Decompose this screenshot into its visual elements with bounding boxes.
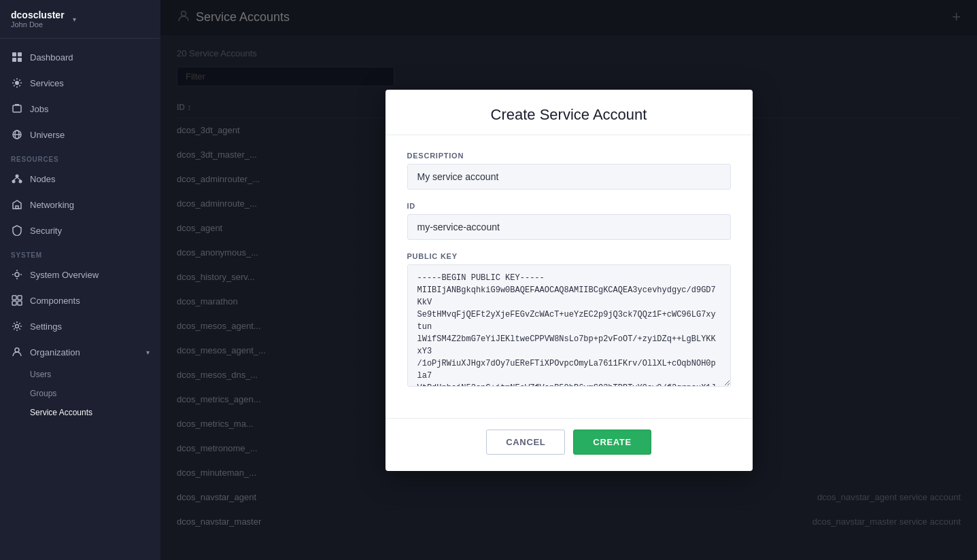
create-button[interactable]: CREATE xyxy=(573,430,651,455)
svg-rect-14 xyxy=(16,206,18,209)
networking-icon xyxy=(11,198,23,211)
settings-icon xyxy=(11,320,23,332)
nodes-icon xyxy=(11,173,23,185)
svg-rect-2 xyxy=(12,58,16,62)
svg-rect-0 xyxy=(12,52,16,56)
org-icon xyxy=(11,346,23,358)
sidebar-item-system-overview[interactable]: System Overview xyxy=(0,262,160,287)
sidebar-item-universe[interactable]: Universe xyxy=(0,122,160,147)
user-name: John Doe xyxy=(11,20,65,29)
sidebar-sub-label-groups: Groups xyxy=(30,389,56,398)
id-input[interactable] xyxy=(407,214,731,240)
sidebar-label-system-overview: System Overview xyxy=(30,270,99,280)
sidebar-item-settings[interactable]: Settings xyxy=(0,313,160,339)
sidebar-sub-item-groups[interactable]: Groups xyxy=(0,384,160,403)
description-field-group: DESCRIPTION xyxy=(407,152,731,190)
svg-rect-18 xyxy=(12,301,16,305)
sidebar-item-networking[interactable]: Networking xyxy=(0,192,160,217)
svg-point-15 xyxy=(15,273,19,277)
sidebar-label-security: Security xyxy=(30,226,62,236)
universe-icon xyxy=(11,128,23,141)
public-key-textarea[interactable]: -----BEGIN PUBLIC KEY----- MIIBIjANBgkqh… xyxy=(407,264,731,387)
svg-rect-17 xyxy=(18,296,22,300)
modal-body: DESCRIPTION ID PUBLIC KEY -----BEGIN PUB… xyxy=(385,135,753,418)
sidebar-label-organization: Organization xyxy=(30,347,80,357)
sidebar-sub-item-users[interactable]: Users xyxy=(0,365,160,384)
svg-point-10 xyxy=(12,180,16,183)
svg-rect-16 xyxy=(12,296,16,300)
modal-header: Create Service Account xyxy=(385,90,753,135)
sidebar-item-services[interactable]: Services xyxy=(0,70,160,96)
modal-overlay: Create Service Account DESCRIPTION ID PU… xyxy=(160,0,977,560)
sidebar-label-settings: Settings xyxy=(30,321,62,332)
sidebar-item-dashboard[interactable]: Dashboard xyxy=(0,44,160,70)
main-content-area: Service Accounts + 20 Service Accounts I… xyxy=(160,0,977,560)
svg-point-20 xyxy=(16,325,19,328)
jobs-icon xyxy=(11,103,23,115)
sidebar-sub-label-service-accounts: Service Accounts xyxy=(30,408,92,417)
sidebar-header[interactable]: dcoscluster John Doe ▾ xyxy=(0,0,160,39)
svg-rect-19 xyxy=(18,301,22,305)
svg-point-9 xyxy=(16,175,19,178)
cluster-name: dcoscluster xyxy=(11,10,65,20)
org-expand-icon: ▾ xyxy=(146,349,150,356)
security-icon xyxy=(11,224,23,237)
svg-rect-3 xyxy=(18,58,22,62)
sidebar: dcoscluster John Doe ▾ Dashboard Service… xyxy=(0,0,160,560)
svg-line-12 xyxy=(14,177,17,180)
sidebar-label-networking: Networking xyxy=(30,200,74,210)
services-icon xyxy=(11,77,23,89)
sidebar-label-nodes: Nodes xyxy=(30,174,56,184)
public-key-field-group: PUBLIC KEY -----BEGIN PUBLIC KEY----- MI… xyxy=(407,252,731,389)
svg-point-21 xyxy=(15,348,19,352)
modal-title: Create Service Account xyxy=(407,106,731,124)
description-input[interactable] xyxy=(407,164,731,190)
sidebar-item-nodes[interactable]: Nodes xyxy=(0,166,160,192)
sidebar-label-dashboard: Dashboard xyxy=(30,52,73,63)
modal-footer: CANCEL CREATE xyxy=(385,418,753,471)
system-icon xyxy=(11,268,23,281)
id-label: ID xyxy=(407,202,731,210)
description-label: DESCRIPTION xyxy=(407,152,731,160)
system-section-label: SYSTEM xyxy=(0,243,160,262)
svg-point-11 xyxy=(19,180,22,183)
sidebar-sub-item-service-accounts[interactable]: Service Accounts xyxy=(0,403,160,422)
cancel-button[interactable]: CANCEL xyxy=(486,430,565,455)
sidebar-label-universe: Universe xyxy=(30,130,65,140)
sidebar-item-security[interactable]: Security xyxy=(0,217,160,243)
svg-line-13 xyxy=(17,177,20,180)
sidebar-label-jobs: Jobs xyxy=(30,104,48,114)
svg-rect-1 xyxy=(18,52,22,56)
sidebar-item-jobs[interactable]: Jobs xyxy=(0,96,160,122)
svg-point-4 xyxy=(15,81,19,85)
id-field-group: ID xyxy=(407,202,731,240)
cluster-chevron-icon: ▾ xyxy=(73,16,76,23)
svg-rect-5 xyxy=(13,105,21,112)
sidebar-item-components[interactable]: Components xyxy=(0,287,160,313)
public-key-label: PUBLIC KEY xyxy=(407,252,731,260)
sidebar-label-components: Components xyxy=(30,296,80,306)
sidebar-item-organization[interactable]: Organization ▾ xyxy=(0,339,160,365)
components-icon xyxy=(11,294,23,307)
create-service-account-modal: Create Service Account DESCRIPTION ID PU… xyxy=(385,90,753,471)
sidebar-label-services: Services xyxy=(30,78,64,88)
resources-section-label: RESOURCES xyxy=(0,147,160,166)
sidebar-nav: Dashboard Services Jobs Universe RESOURC… xyxy=(0,39,160,560)
sidebar-sub-label-users: Users xyxy=(30,370,51,379)
dashboard-icon xyxy=(11,51,23,63)
